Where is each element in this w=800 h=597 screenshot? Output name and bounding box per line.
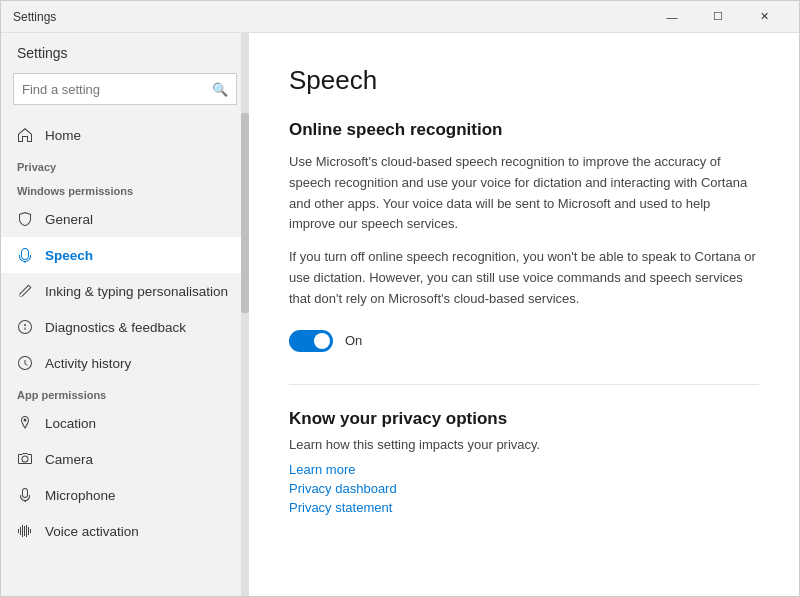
main-content: Settings 🔍 Home Privacy xyxy=(1,33,799,596)
search-input[interactable] xyxy=(22,82,212,97)
maximize-button[interactable]: ☐ xyxy=(695,1,741,33)
home-icon xyxy=(17,127,33,143)
window-title: Settings xyxy=(13,10,649,24)
titlebar: Settings — ☐ ✕ xyxy=(1,1,799,33)
privacy-options-title: Know your privacy options xyxy=(289,409,759,429)
privacy-dashboard-link[interactable]: Privacy dashboard xyxy=(289,481,759,496)
sidebar-item-microphone[interactable]: Microphone xyxy=(1,477,249,513)
location-icon xyxy=(17,415,33,431)
sidebar-item-location[interactable]: Location xyxy=(1,405,249,441)
sidebar-scrollbar-track[interactable] xyxy=(241,33,249,596)
sidebar-item-voice[interactable]: Voice activation xyxy=(1,513,249,549)
search-icon: 🔍 xyxy=(212,82,228,97)
sidebar-item-voice-label: Voice activation xyxy=(45,524,139,539)
section-divider xyxy=(289,384,759,385)
close-button[interactable]: ✕ xyxy=(741,1,787,33)
speech-icon xyxy=(17,247,33,263)
sidebar-header: Settings xyxy=(1,33,249,69)
voice-icon xyxy=(17,523,33,539)
main-panel: Speech Online speech recognition Use Mic… xyxy=(249,33,799,596)
pen-icon xyxy=(17,283,33,299)
page-title: Speech xyxy=(289,65,759,96)
learn-more-link[interactable]: Learn more xyxy=(289,462,759,477)
sidebar-item-location-label: Location xyxy=(45,416,96,431)
sidebar-item-general[interactable]: General xyxy=(1,201,249,237)
privacy-options-desc: Learn how this setting impacts your priv… xyxy=(289,437,759,452)
sidebar-privacy-label: Privacy xyxy=(1,153,249,177)
feedback-icon xyxy=(17,319,33,335)
sidebar-item-activity-label: Activity history xyxy=(45,356,131,371)
sidebar-item-speech[interactable]: Speech xyxy=(1,237,249,273)
settings-window: Settings — ☐ ✕ Settings 🔍 xyxy=(0,0,800,597)
speech-toggle[interactable] xyxy=(289,330,333,352)
sidebar-scrollbar-thumb[interactable] xyxy=(241,113,249,313)
sidebar: Settings 🔍 Home Privacy xyxy=(1,33,249,596)
speech-toggle-row: On xyxy=(289,330,759,352)
camera-icon xyxy=(17,451,33,467)
clock-icon xyxy=(17,355,33,371)
sidebar-windows-permissions-label: Windows permissions xyxy=(1,177,249,201)
sidebar-item-speech-label: Speech xyxy=(45,248,93,263)
sidebar-item-diagnostics-label: Diagnostics & feedback xyxy=(45,320,186,335)
privacy-statement-link[interactable]: Privacy statement xyxy=(289,500,759,515)
online-speech-title: Online speech recognition xyxy=(289,120,759,140)
toggle-label: On xyxy=(345,333,362,348)
sidebar-item-microphone-label: Microphone xyxy=(45,488,116,503)
sidebar-item-general-label: General xyxy=(45,212,93,227)
sidebar-item-activity[interactable]: Activity history xyxy=(1,345,249,381)
speech-description-2: If you turn off online speech recognitio… xyxy=(289,247,759,309)
shield-icon xyxy=(17,211,33,227)
speech-description-1: Use Microsoft's cloud-based speech recog… xyxy=(289,152,759,235)
sidebar-item-diagnostics[interactable]: Diagnostics & feedback xyxy=(1,309,249,345)
toggle-knob xyxy=(314,333,330,349)
sidebar-item-inking-label: Inking & typing personalisation xyxy=(45,284,228,299)
search-box[interactable]: 🔍 xyxy=(13,73,237,105)
microphone-icon xyxy=(17,487,33,503)
sidebar-item-home-label: Home xyxy=(45,128,81,143)
window-controls: — ☐ ✕ xyxy=(649,1,787,33)
sidebar-item-camera-label: Camera xyxy=(45,452,93,467)
minimize-button[interactable]: — xyxy=(649,1,695,33)
sidebar-app-permissions-label: App permissions xyxy=(1,381,249,405)
sidebar-item-home[interactable]: Home xyxy=(1,117,249,153)
sidebar-scroll[interactable]: Home Privacy Windows permissions General xyxy=(1,117,249,596)
sidebar-item-inking[interactable]: Inking & typing personalisation xyxy=(1,273,249,309)
sidebar-item-camera[interactable]: Camera xyxy=(1,441,249,477)
